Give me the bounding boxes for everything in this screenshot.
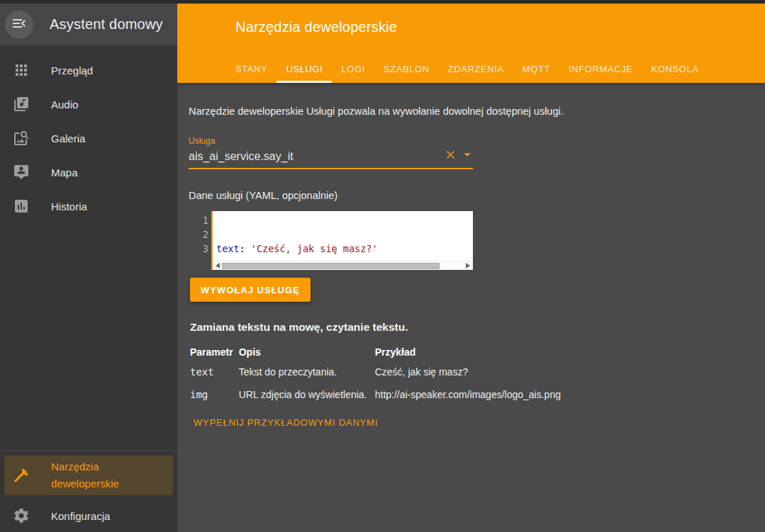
page-title: Narzędzia deweloperskie	[235, 19, 765, 35]
sidebar-bottom: Narzędzia deweloperskie Konfiguracja	[0, 451, 177, 532]
account-tooltip-icon	[13, 164, 30, 181]
sidebar-item-historia[interactable]: Historia	[0, 189, 177, 223]
service-input[interactable]	[189, 150, 415, 163]
call-service-button[interactable]: WYWOŁAJ USŁUGĘ	[190, 278, 311, 302]
editor-line-numbers: 1 2 3	[194, 211, 211, 270]
column-header-parametr: Parametr	[190, 342, 239, 361]
scrollbar-track[interactable]	[222, 263, 464, 269]
sidebar-item-label: Historia	[51, 200, 87, 213]
yaml-value: 'Cześć, jak się masz?'	[251, 243, 378, 254]
service-label: Usługa	[189, 136, 473, 146]
poll-box-icon	[13, 198, 30, 215]
param-name: text	[190, 361, 239, 383]
app-title: Asystent domowy	[50, 16, 163, 33]
content-area: Narzędzie deweloperskie Usługi pozwala n…	[177, 83, 765, 532]
editor-horizontal-scrollbar	[213, 261, 473, 270]
table-header-row: Parametr Opis Przykład	[190, 342, 566, 361]
sidebar-spacer	[0, 223, 177, 451]
sidebar-item-label: Mapa	[51, 166, 78, 179]
gear-icon	[13, 507, 30, 524]
param-example: http://ai-speaker.com/images/logo_ais.pn…	[375, 383, 566, 406]
service-picker: Usługa	[189, 136, 473, 169]
chevron-down-icon	[459, 154, 475, 164]
param-name: img	[190, 383, 239, 406]
sidebar: Asystent domowy Przegląd Audio Galeria	[0, 4, 177, 532]
code-line: text: 'Cześć, jak się masz?'	[216, 242, 473, 256]
fill-example-data-button[interactable]: WYPEŁNIJ PRZYKŁADOWYMI DANYMI	[194, 417, 378, 428]
sidebar-item-konfiguracja[interactable]: Konfiguracja	[0, 499, 177, 532]
apps-icon	[13, 62, 30, 79]
tab-stany[interactable]: STANY	[226, 55, 277, 83]
scroll-right-arrow-icon[interactable]	[466, 263, 470, 268]
sidebar-item-label: Konfiguracja	[51, 510, 110, 522]
scrollbar-thumb[interactable]	[222, 263, 440, 269]
hammer-icon	[13, 467, 30, 484]
yaml-separator: :	[240, 243, 251, 254]
scroll-left-arrow-icon[interactable]	[216, 263, 220, 268]
tab-uslugi[interactable]: USŁUGI	[277, 55, 332, 83]
editor-code-area[interactable]: text: 'Cześć, jak się masz?' img: 'http:…	[213, 211, 473, 270]
tab-szablon[interactable]: SZABLON	[374, 55, 439, 83]
table-row: img URL zdjęcia do wyświetlenia. http://…	[190, 383, 566, 406]
sidebar-item-label: Galeria	[51, 132, 85, 145]
service-section-title: Zamiana tekstu na mowę, czytanie tekstu.	[190, 321, 754, 334]
tab-bar: STANY USŁUGI LOGI SZABLON ZDARZENIA MQTT…	[226, 55, 765, 83]
menu-toggle-button[interactable]	[5, 11, 33, 39]
column-header-opis: Opis	[239, 342, 375, 361]
param-example: Cześć, jak się masz?	[375, 361, 566, 383]
param-description: URL zdjęcia do wyświetlenia.	[239, 383, 375, 406]
param-description: Tekst do przeczytania.	[239, 361, 375, 383]
sidebar-item-label: Audio	[51, 98, 78, 111]
tab-logi[interactable]: LOGI	[332, 55, 374, 83]
library-music-icon	[13, 96, 30, 113]
main-column: Narzędzia deweloperskie STANY USŁUGI LOG…	[177, 4, 765, 532]
sidebar-item-audio[interactable]: Audio	[0, 87, 177, 121]
yaml-data-label: Dane usługi (YAML, opcjonalnie)	[189, 190, 754, 201]
line-number: 2	[203, 227, 208, 242]
page-header: Narzędzia deweloperskie STANY USŁUGI LOG…	[177, 4, 765, 83]
table-row: text Tekst do przeczytania. Cześć, jak s…	[190, 361, 566, 383]
service-description: Narzędzie deweloperskie Usługi pozwala n…	[189, 106, 754, 117]
close-icon	[444, 153, 457, 164]
sidebar-header: Asystent domowy	[0, 4, 177, 46]
tab-informacje[interactable]: INFORMACJE	[559, 55, 642, 83]
sidebar-menu: Przegląd Audio Galeria Mapa	[0, 46, 177, 223]
image-search-icon	[13, 130, 30, 147]
sidebar-item-label: Narzędzia deweloperskie	[51, 458, 143, 492]
sidebar-item-galeria[interactable]: Galeria	[0, 121, 177, 155]
column-header-przyklad: Przykład	[375, 342, 566, 361]
tab-zdarzenia[interactable]: ZDARZENIA	[439, 55, 513, 83]
service-dropdown-button[interactable]	[459, 147, 475, 164]
yaml-editor: 1 2 3 text: 'Cześć, jak się masz?' img: …	[194, 211, 473, 270]
editor-code-lines: text: 'Cześć, jak się masz?' img: 'http:…	[213, 211, 473, 261]
tab-konsola[interactable]: KONSOLA	[642, 55, 708, 83]
sidebar-item-narzedzia-deweloperskie[interactable]: Narzędzia deweloperskie	[4, 455, 173, 495]
sidebar-item-mapa[interactable]: Mapa	[0, 155, 177, 189]
tab-mqtt[interactable]: MQTT	[513, 55, 559, 83]
sidebar-item-label: Przegląd	[51, 64, 93, 77]
yaml-key: text	[216, 243, 240, 254]
line-number: 3	[203, 242, 208, 256]
menu-open-icon	[11, 15, 28, 34]
clear-service-button[interactable]	[444, 148, 457, 164]
app-root: Asystent domowy Przegląd Audio Galeria	[0, 4, 765, 532]
sidebar-item-przeglad[interactable]: Przegląd	[0, 53, 177, 87]
parameters-table: Parametr Opis Przykład text Tekst do prz…	[190, 342, 566, 406]
line-number: 1	[203, 213, 208, 227]
